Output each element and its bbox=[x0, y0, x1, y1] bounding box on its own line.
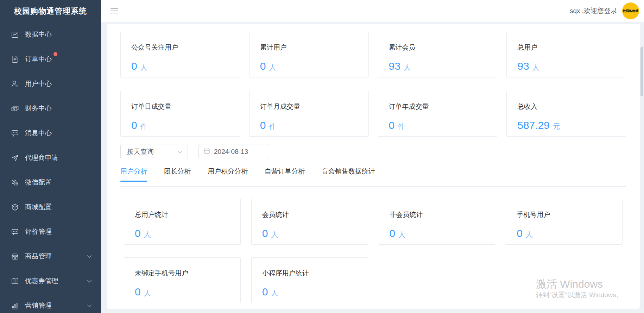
stat-value: 0 bbox=[131, 60, 137, 72]
stat-value: 0 bbox=[390, 227, 396, 239]
query-mode-select[interactable]: 按天查询 bbox=[120, 144, 188, 159]
stat-card-unbound-phone-users: 未绑定手机号用户 0人 bbox=[124, 257, 241, 303]
sidebar-item-mall-config[interactable]: 商城配置 bbox=[0, 195, 101, 219]
sidebar-item-label: 财务中心 bbox=[25, 104, 52, 113]
data-center-icon bbox=[11, 31, 19, 39]
tab-user-points-analysis[interactable]: 用户积分分析 bbox=[208, 167, 248, 182]
stat-card-member-stats: 会员统计 0人 bbox=[251, 199, 368, 245]
stat-value: 0 bbox=[135, 286, 141, 298]
sidebar-menu: 数据中心 订单中心 用户中心 财务中心 消息中心 bbox=[0, 22, 101, 313]
tab-self-order-analysis[interactable]: 自营订单分析 bbox=[265, 167, 305, 182]
sidebar-item-finance-center[interactable]: 财务中心 bbox=[0, 96, 101, 121]
stat-card-total-income: 总收入 587.29元 bbox=[506, 91, 626, 137]
stat-value: 0 bbox=[260, 60, 266, 72]
vertical-scrollbar[interactable] bbox=[640, 46, 644, 309]
sidebar-item-message-center[interactable]: 消息中心 bbox=[0, 121, 101, 145]
sidebar-item-marketing-manage[interactable]: 营销管理 bbox=[0, 293, 101, 313]
tab-stats-grid: 总用户统计 0人 会员统计 0人 非会员统计 0人 手机号用户 0人 bbox=[124, 199, 623, 303]
stat-card-total-user-stats: 总用户统计 0人 bbox=[124, 199, 241, 245]
filter-row: 按天查询 2024-08-13 bbox=[120, 144, 626, 159]
tab-user-analysis[interactable]: 用户分析 bbox=[120, 167, 147, 182]
user-center-icon bbox=[11, 80, 19, 88]
mall-config-icon bbox=[11, 203, 19, 211]
order-center-icon bbox=[11, 55, 19, 63]
stat-card-total-users-acc: 累计用户 0人 bbox=[249, 32, 369, 77]
marketing-manage-icon bbox=[11, 302, 19, 310]
sidebar-item-wechat-config[interactable]: 微信配置 bbox=[0, 170, 101, 195]
welcome-text: sqx ,欢迎您登录 bbox=[570, 6, 617, 15]
sidebar-item-label: 评价管理 bbox=[25, 227, 52, 236]
chevron-down-icon bbox=[87, 304, 92, 307]
wechat-config-icon bbox=[11, 179, 19, 187]
agent-apply-icon bbox=[11, 154, 19, 162]
sidebar-item-label: 订单中心 bbox=[25, 55, 52, 64]
avatar[interactable]: 校园购物通 bbox=[622, 2, 639, 19]
stat-value: 93 bbox=[517, 60, 529, 72]
sidebar-item-label: 微信配置 bbox=[25, 178, 52, 187]
stat-value: 0 bbox=[260, 119, 266, 131]
stat-value: 0 bbox=[262, 286, 268, 298]
sidebar-item-label: 商品管理 bbox=[25, 252, 52, 261]
sidebar-item-data-center[interactable]: 数据中心 bbox=[0, 22, 101, 47]
stat-card-followers: 公众号关注用户 0人 bbox=[120, 32, 240, 77]
stat-card-monthly-orders: 订单月成交量 0件 bbox=[249, 91, 369, 137]
stat-value: 0 bbox=[262, 227, 268, 239]
stat-card-miniprogram-user-stats: 小程序用户统计 0人 bbox=[251, 257, 368, 303]
sidebar-item-user-center[interactable]: 用户中心 bbox=[0, 71, 101, 96]
calendar-icon bbox=[204, 148, 210, 156]
date-picker-input[interactable]: 2024-08-13 bbox=[198, 144, 268, 159]
sidebar-item-label: 营销管理 bbox=[25, 301, 52, 310]
chevron-down-icon bbox=[178, 149, 183, 155]
stat-value: 0 bbox=[517, 227, 523, 239]
stat-value: 0 bbox=[131, 119, 137, 131]
sidebar-item-goods-manage[interactable]: 商品管理 bbox=[0, 244, 101, 269]
app-title: 校园购物通管理系统 bbox=[0, 0, 101, 22]
stat-card-nonmember-stats: 非会员统计 0人 bbox=[379, 199, 495, 245]
sidebar-item-label: 商城配置 bbox=[25, 202, 52, 212]
stat-value: 93 bbox=[389, 60, 400, 72]
main-content-area: 公众号关注用户 0人 累计用户 0人 累计会员 93人 总用户 93人 订单日成… bbox=[101, 22, 644, 313]
sidebar-item-order-center[interactable]: 订单中心 bbox=[0, 47, 101, 71]
tab-content-user-analysis: 总用户统计 0人 会员统计 0人 非会员统计 0人 手机号用户 0人 bbox=[120, 199, 626, 303]
main-column: sqx ,欢迎您登录 校园购物通 公众号关注用户 0人 累计用户 0人 累计会员… bbox=[101, 0, 644, 313]
sidebar-item-coupon-manage[interactable]: 优惠券管理 bbox=[0, 269, 101, 293]
coupon-manage-icon bbox=[11, 277, 19, 285]
analysis-tabs: 用户分析 团长分析 用户积分分析 自营订单分析 盲盒销售数据统计 bbox=[120, 167, 626, 187]
message-center-icon bbox=[11, 129, 19, 137]
tab-leader-analysis[interactable]: 团长分析 bbox=[164, 167, 191, 182]
dashboard-panel: 公众号关注用户 0人 累计用户 0人 累计会员 93人 总用户 93人 订单日成… bbox=[107, 24, 640, 309]
stat-value: 0 bbox=[135, 227, 141, 239]
stat-card-total-members: 累计会员 93人 bbox=[378, 32, 498, 77]
sidebar-item-label: 数据中心 bbox=[25, 30, 52, 39]
scrollbar-thumb[interactable] bbox=[640, 47, 643, 96]
stat-card-yearly-orders: 订单年成交量 0件 bbox=[378, 91, 498, 137]
goods-manage-icon bbox=[11, 252, 19, 261]
stat-card-daily-orders: 订单日成交量 0件 bbox=[120, 91, 240, 137]
sidebar-item-label: 代理商申请 bbox=[25, 153, 58, 162]
sidebar-item-label: 用户中心 bbox=[25, 79, 52, 88]
sidebar-item-label: 消息中心 bbox=[25, 129, 52, 138]
notification-dot-badge bbox=[53, 52, 57, 56]
chevron-down-icon bbox=[87, 280, 92, 283]
finance-center-icon bbox=[11, 105, 19, 113]
stat-card-phone-users: 手机号用户 0人 bbox=[506, 199, 623, 245]
top-stats-grid: 公众号关注用户 0人 累计用户 0人 累计会员 93人 总用户 93人 订单日成… bbox=[120, 32, 626, 137]
chevron-down-icon bbox=[87, 255, 92, 258]
hamburger-menu-icon[interactable] bbox=[111, 7, 118, 15]
sidebar-item-label: 优惠券管理 bbox=[25, 276, 58, 286]
sidebar-item-review-manage[interactable]: 评价管理 bbox=[0, 219, 101, 244]
top-header: sqx ,欢迎您登录 校园购物通 bbox=[101, 0, 644, 22]
tab-blindbox-sales-stats[interactable]: 盲盒销售数据统计 bbox=[322, 167, 375, 182]
stat-value: 0 bbox=[389, 119, 395, 131]
stat-value: 587.29 bbox=[517, 119, 550, 131]
stat-card-all-users: 总用户 93人 bbox=[506, 32, 626, 77]
review-manage-icon bbox=[11, 228, 19, 236]
sidebar-item-agent-apply[interactable]: 代理商申请 bbox=[0, 145, 101, 170]
sidebar: 校园购物通管理系统 数据中心 订单中心 用户中心 财务中心 bbox=[0, 0, 101, 313]
